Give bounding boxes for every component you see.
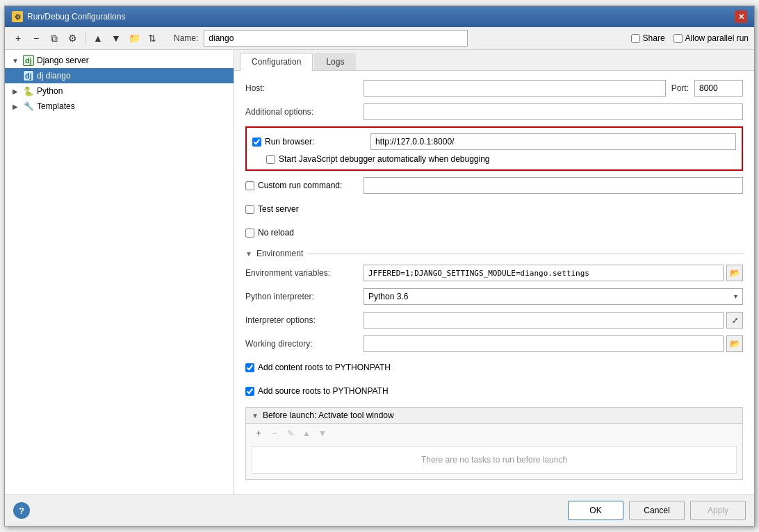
- additional-options-row: Additional options:: [245, 103, 743, 121]
- help-button[interactable]: ?: [13, 502, 30, 519]
- js-debugger-checkbox-label[interactable]: Start JavaScript debugger automatically …: [266, 154, 490, 164]
- add-source-roots-text: Add source roots to PYTHONPATH: [258, 386, 389, 396]
- python-interpreter-label: Python interpreter:: [245, 292, 364, 301]
- move-down-button[interactable]: ▼: [108, 31, 124, 46]
- host-label: Host:: [245, 83, 364, 93]
- content-area: ▼ dj Django server ▶ dj dj diango ▶ 🐍 Py…: [5, 50, 754, 494]
- additional-options-input[interactable]: [364, 103, 743, 120]
- before-launch-section: ▼ Before launch: Activate tool window + …: [245, 407, 743, 480]
- test-server-checkbox[interactable]: [245, 205, 254, 214]
- open-folder-button[interactable]: 📁: [126, 31, 142, 46]
- no-reload-checkbox-label[interactable]: No reload: [245, 228, 294, 238]
- js-debugger-label: Start JavaScript debugger automatically …: [279, 154, 490, 164]
- remove-config-button[interactable]: −: [28, 31, 44, 46]
- sidebar: ▼ dj Django server ▶ dj dj diango ▶ 🐍 Py…: [5, 50, 234, 494]
- port-input[interactable]: [694, 80, 743, 97]
- run-browser-box: Run browser: Start JavaScript debugger a…: [245, 126, 743, 171]
- expand-python-icon: ▶: [10, 86, 20, 96]
- python-interpreter-select[interactable]: Python 3.6: [364, 288, 743, 305]
- js-debugger-checkbox[interactable]: [266, 155, 275, 164]
- add-source-roots-checkbox[interactable]: [245, 387, 254, 396]
- working-directory-browse-button[interactable]: 📂: [726, 335, 743, 352]
- test-server-row: Test server: [245, 200, 743, 218]
- custom-run-input[interactable]: [364, 177, 743, 194]
- custom-run-checkbox[interactable]: [245, 181, 254, 190]
- env-vars-input-area: 📂: [364, 265, 743, 281]
- diango-item-icon: dj: [23, 70, 34, 81]
- before-launch-down-button[interactable]: ▼: [316, 426, 329, 440]
- run-browser-checkbox-label[interactable]: Run browser:: [252, 137, 370, 147]
- before-launch-add-button[interactable]: +: [252, 426, 266, 440]
- add-content-roots-label[interactable]: Add content roots to PYTHONPATH: [245, 363, 391, 372]
- sort-button[interactable]: ⇅: [145, 31, 160, 46]
- interpreter-options-expand-button[interactable]: ⤢: [726, 312, 743, 329]
- sidebar-item-templates-group[interactable]: ▶ 🔧 Templates: [5, 99, 234, 114]
- dialog-footer: ? OK Cancel Apply: [5, 494, 754, 526]
- add-content-roots-text: Add content roots to PYTHONPATH: [258, 363, 391, 372]
- test-server-checkbox-label[interactable]: Test server: [245, 204, 299, 214]
- allow-parallel-label[interactable]: Allow parallel run: [674, 33, 749, 43]
- test-server-label: Test server: [258, 204, 299, 214]
- add-config-button[interactable]: +: [10, 31, 26, 46]
- before-launch-header: ▼ Before launch: Activate tool window: [246, 408, 742, 424]
- share-checkbox[interactable]: [631, 34, 640, 43]
- share-text: Share: [643, 33, 665, 43]
- copy-config-button[interactable]: ⧉: [47, 31, 62, 46]
- share-label[interactable]: Share: [631, 33, 665, 43]
- sidebar-item-python-group[interactable]: ▶ 🐍 Python: [5, 83, 234, 99]
- django-group-icon: dj: [23, 55, 34, 66]
- close-button[interactable]: ✕: [735, 10, 747, 23]
- share-area: Share Allow parallel run: [631, 33, 749, 43]
- main-panel: Configuration Logs Host: Port:: [234, 50, 754, 494]
- env-vars-label: Environment variables:: [245, 268, 364, 278]
- add-content-roots-row: Add content roots to PYTHONPATH: [245, 358, 743, 376]
- add-source-roots-label[interactable]: Add source roots to PYTHONPATH: [245, 386, 389, 396]
- custom-run-checkbox-label[interactable]: Custom run command:: [245, 181, 364, 190]
- js-debug-row: Start JavaScript debugger automatically …: [252, 154, 736, 164]
- edit-defaults-button[interactable]: ⚙: [65, 31, 80, 46]
- interpreter-options-input[interactable]: [364, 312, 724, 329]
- templates-group-icon: 🔧: [23, 101, 34, 112]
- python-interpreter-select-wrapper: Python 3.6: [364, 288, 743, 305]
- no-reload-row: No reload: [245, 224, 743, 242]
- before-launch-edit-button[interactable]: ✎: [284, 426, 297, 440]
- environment-section-label: Environment: [256, 249, 303, 258]
- host-input[interactable]: [364, 80, 666, 97]
- ok-button[interactable]: OK: [568, 501, 623, 520]
- cancel-button[interactable]: Cancel: [629, 501, 685, 520]
- run-browser-url-input[interactable]: [370, 133, 736, 150]
- expand-django-icon: ▼: [10, 56, 20, 65]
- custom-run-row: Custom run command:: [245, 176, 743, 194]
- apply-button[interactable]: Apply: [690, 501, 746, 520]
- before-launch-toolbar: + − ✎ ▲ ▼: [246, 424, 742, 443]
- python-interpreter-row: Python interpreter: Python 3.6: [245, 288, 743, 306]
- environment-expand-icon[interactable]: ▼: [245, 250, 252, 258]
- django-server-label: Django server: [37, 56, 89, 65]
- env-vars-input[interactable]: [364, 265, 724, 281]
- add-source-roots-row: Add source roots to PYTHONPATH: [245, 382, 743, 400]
- tab-logs[interactable]: Logs: [314, 53, 356, 70]
- move-up-button[interactable]: ▲: [90, 31, 106, 46]
- port-label: Port:: [671, 83, 689, 93]
- env-vars-browse-button[interactable]: 📂: [726, 265, 743, 281]
- name-input[interactable]: [204, 30, 468, 47]
- tab-configuration[interactable]: Configuration: [240, 53, 313, 71]
- run-browser-checkbox[interactable]: [252, 138, 261, 147]
- python-group-icon: 🐍: [23, 85, 34, 97]
- no-reload-checkbox[interactable]: [245, 228, 254, 238]
- working-directory-input[interactable]: [364, 335, 724, 352]
- config-toolbar: + − ⧉ ⚙ ▲ ▼ 📁 ⇅ Name: Share Allow parall…: [5, 27, 754, 50]
- sidebar-item-diango[interactable]: ▶ dj dj diango: [5, 68, 234, 83]
- host-input-area: Port:: [364, 80, 743, 97]
- environment-divider-line: [307, 253, 743, 254]
- before-launch-remove-button[interactable]: −: [268, 426, 281, 440]
- before-launch-expand-icon[interactable]: ▼: [252, 412, 259, 419]
- working-directory-label: Working directory:: [245, 339, 364, 349]
- sidebar-item-django-server-group[interactable]: ▼ dj Django server: [5, 53, 234, 68]
- title-bar-text: Run/Debug Configurations: [27, 12, 125, 22]
- footer-buttons: OK Cancel Apply: [568, 501, 746, 520]
- allow-parallel-checkbox[interactable]: [674, 34, 683, 43]
- add-content-roots-checkbox[interactable]: [245, 363, 254, 372]
- before-launch-up-button[interactable]: ▲: [300, 426, 313, 440]
- title-bar-left: ⚙ Run/Debug Configurations: [12, 11, 125, 22]
